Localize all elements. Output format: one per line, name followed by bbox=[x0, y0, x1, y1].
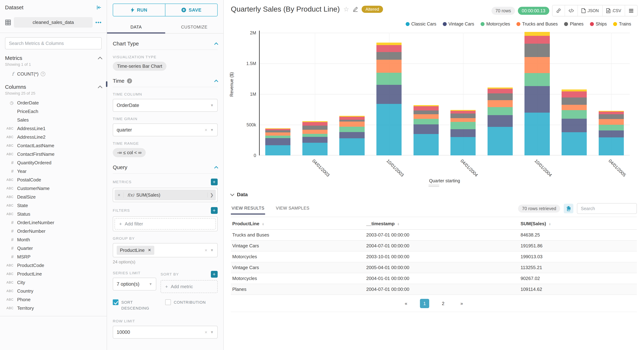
bar-segment-Ships[interactable] bbox=[376, 45, 402, 52]
bar-segment-Motorcycles[interactable] bbox=[599, 125, 624, 130]
legend-item-Trains[interactable]: Trains bbox=[613, 21, 631, 26]
metric-chip[interactable]: × f(x) SUM(Sales) ❯ bbox=[114, 190, 216, 200]
table-row[interactable]: Motorcycles2004-01-01 00:00:0090267.02 bbox=[231, 273, 637, 284]
bar-segment-Trains[interactable] bbox=[414, 105, 439, 106]
run-button[interactable]: RUN bbox=[113, 4, 165, 16]
column-item-AddressLine1[interactable]: ABCAddressLine1 bbox=[5, 124, 102, 133]
column-item-PriceEach[interactable]: PriceEach bbox=[5, 107, 102, 116]
copy-link-button[interactable] bbox=[552, 5, 564, 16]
bar-segment-Trains[interactable] bbox=[265, 128, 290, 129]
column-item-ContactFirstName[interactable]: ABCContactFirstName bbox=[5, 150, 102, 158]
legend-item-Trucks and Buses[interactable]: Trucks and Buses bbox=[516, 21, 558, 26]
column-item-ProductLine[interactable]: ABCProductLine bbox=[5, 270, 102, 278]
stacked-bar-2005-04-01[interactable] bbox=[592, 33, 630, 155]
column-item-OrderLineNumber[interactable]: #OrderLineNumber bbox=[5, 218, 102, 227]
add-filter-button[interactable]: + bbox=[211, 207, 218, 214]
bar-segment-Ships[interactable] bbox=[524, 36, 550, 44]
dataset-menu-icon[interactable]: ••• bbox=[96, 19, 102, 25]
sort-icons[interactable]: ▲▼ bbox=[548, 223, 551, 226]
column-item-AddressLine2[interactable]: ABCAddressLine2 bbox=[5, 133, 102, 141]
bar-segment-Classic Cars[interactable] bbox=[339, 138, 364, 155]
bar-segment-Planes[interactable] bbox=[265, 130, 290, 132]
stacked-bar-2005-01-01[interactable] bbox=[556, 33, 593, 155]
legend-item-Motorcycles[interactable]: Motorcycles bbox=[480, 21, 510, 26]
bar-segment-Trains[interactable] bbox=[376, 42, 402, 45]
save-button[interactable]: SAVE bbox=[165, 4, 217, 16]
table-row[interactable]: Planes2004-07-01 00:00:00109114.62 bbox=[231, 284, 637, 295]
stacked-bar-2003-07-01[interactable] bbox=[334, 33, 370, 155]
bar-segment-Vintage Cars[interactable] bbox=[265, 138, 290, 145]
clear-icon[interactable]: × bbox=[204, 248, 207, 253]
column-item-Sales[interactable]: Sales bbox=[5, 116, 102, 124]
export-csv-button[interactable]: .CSV bbox=[602, 5, 625, 16]
stacked-bar-2004-10-01[interactable] bbox=[518, 33, 556, 155]
column-item-CustomerName[interactable]: ABCCustomerName bbox=[5, 184, 102, 193]
bar-segment-Planes[interactable] bbox=[376, 52, 402, 60]
bar-segment-Ships[interactable] bbox=[450, 111, 476, 113]
bar-segment-Trains[interactable] bbox=[450, 110, 476, 111]
time-grain-select[interactable]: quarter × ▼ bbox=[113, 123, 218, 136]
more-options-menu-icon[interactable] bbox=[625, 5, 637, 16]
column-item-Year[interactable]: #Year bbox=[5, 167, 102, 176]
bar-segment-Planes[interactable] bbox=[524, 44, 550, 57]
pagination-page-1[interactable]: 1 bbox=[420, 299, 429, 308]
row-limit-select[interactable]: 10000 × ▼ bbox=[113, 326, 218, 339]
bar-segment-Vintage Cars[interactable] bbox=[524, 86, 550, 113]
column-item-ContactLastName[interactable]: ABCContactLastName bbox=[5, 141, 102, 150]
expand-metric-icon[interactable]: ❯ bbox=[207, 192, 216, 197]
sort-descending-checkbox[interactable]: SORT DESCENDING bbox=[113, 299, 165, 311]
bar-segment-Classic Cars[interactable] bbox=[562, 132, 587, 155]
pagination-prev[interactable]: « bbox=[402, 299, 411, 308]
legend-item-Planes[interactable]: Planes bbox=[564, 21, 583, 26]
stacked-bar-2004-07-01[interactable] bbox=[482, 33, 519, 155]
table-row[interactable]: Motorcycles2003-10-01 00:00:00199013.03 bbox=[231, 251, 637, 262]
column-item-ProductCode[interactable]: ABCProductCode bbox=[5, 261, 102, 270]
dataset-name[interactable]: cleaned_sales_data bbox=[14, 17, 92, 28]
bar-segment-Trains[interactable] bbox=[562, 89, 587, 91]
bar-segment-Motorcycles[interactable] bbox=[488, 107, 513, 115]
table-row[interactable]: Trucks and Buses2003-07-01 00:00:0084638… bbox=[231, 230, 637, 240]
bar-segment-Trucks and Buses[interactable] bbox=[265, 132, 290, 136]
table-row[interactable]: Vintage Cars2005-04-01 00:00:00113255.21 bbox=[231, 262, 637, 273]
favorite-star-icon[interactable]: ☆ bbox=[344, 5, 349, 13]
bar-segment-Trucks and Buses[interactable] bbox=[599, 119, 624, 125]
add-sort-metric-button[interactable]: + bbox=[211, 271, 218, 278]
legend-item-Ships[interactable]: Ships bbox=[590, 21, 607, 26]
add-sort-metric-dropzone[interactable]: + Add metric bbox=[160, 280, 218, 293]
bar-segment-Trains[interactable] bbox=[339, 116, 364, 117]
remove-chip-icon[interactable]: ✕ bbox=[148, 248, 151, 253]
metric-item[interactable]: f COUNT(*) ? bbox=[5, 70, 102, 78]
bar-segment-Ships[interactable] bbox=[414, 106, 439, 110]
bar-segment-Ships[interactable] bbox=[488, 89, 513, 93]
bar-segment-Motorcycles[interactable] bbox=[376, 73, 402, 85]
results-search-input[interactable] bbox=[577, 203, 637, 214]
bar-segment-Vintage Cars[interactable] bbox=[414, 124, 439, 134]
bar-segment-Classic Cars[interactable] bbox=[376, 104, 402, 155]
stacked-bar-2003-04-01[interactable] bbox=[296, 33, 334, 155]
embed-code-button[interactable] bbox=[564, 5, 578, 16]
collapse-data-icon[interactable] bbox=[230, 192, 234, 196]
collapse-time-icon[interactable] bbox=[214, 80, 218, 84]
column-item-Quarter[interactable]: #Quarter bbox=[5, 244, 102, 253]
add-filter-dropzone[interactable]: + Add filter bbox=[114, 218, 216, 230]
pagination-page-2[interactable]: 2 bbox=[438, 299, 448, 308]
altered-badge[interactable]: Altered bbox=[362, 6, 383, 13]
viz-type-value[interactable]: Time-series Bar Chart bbox=[113, 62, 166, 71]
column-item-Country[interactable]: ABCCountry bbox=[5, 287, 102, 295]
bar-segment-Trains[interactable] bbox=[488, 87, 513, 89]
column-item-DealSize[interactable]: ABCDealSize bbox=[5, 193, 102, 201]
collapse-query-icon[interactable] bbox=[214, 166, 218, 170]
bar-segment-Planes[interactable] bbox=[414, 110, 439, 114]
stacked-bar-2003-01-01[interactable] bbox=[260, 33, 296, 155]
bar-segment-Vintage Cars[interactable] bbox=[450, 129, 476, 137]
time-column-select[interactable]: OrderDate ▼ bbox=[113, 99, 218, 112]
column-item-MSRP[interactable]: #MSRP bbox=[5, 253, 102, 261]
bar-segment-Motorcycles[interactable] bbox=[265, 136, 290, 138]
legend-item-Classic Cars[interactable]: Classic Cars bbox=[406, 21, 436, 26]
add-metric-button[interactable]: + bbox=[211, 179, 218, 185]
time-range-value[interactable]: -∞ ≤ col < ∞ bbox=[113, 148, 146, 157]
collapse-sidebar-icon[interactable] bbox=[96, 5, 102, 10]
stacked-bar-2003-10-01[interactable] bbox=[370, 33, 408, 155]
column-header-SUM(Sales)[interactable]: SUM(Sales)▲▼ bbox=[519, 218, 637, 230]
bar-segment-Classic Cars[interactable] bbox=[488, 127, 513, 155]
